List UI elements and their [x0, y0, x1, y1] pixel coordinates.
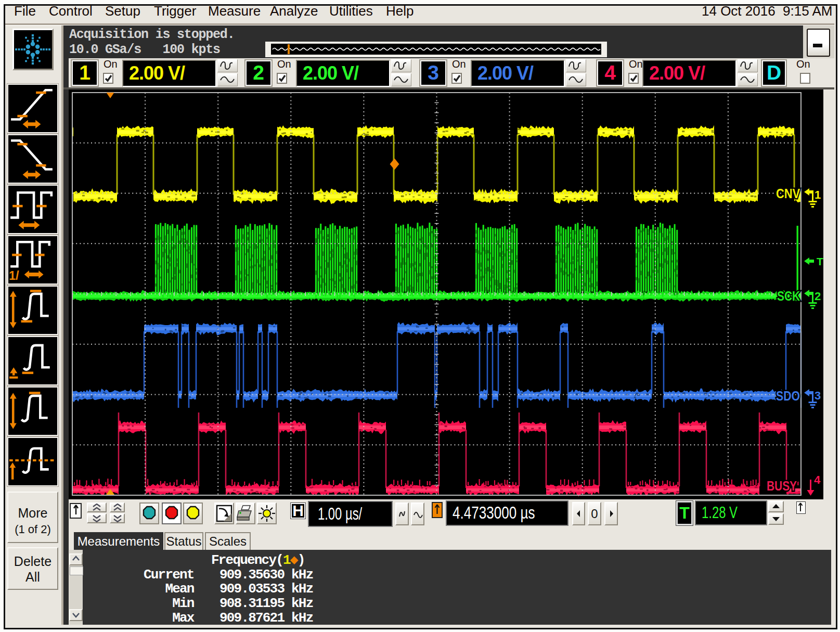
- svg-text:1/: 1/: [9, 269, 19, 282]
- svg-text:SDO: SDO: [776, 388, 800, 404]
- svg-text:4: 4: [814, 473, 821, 486]
- svg-text:1: 1: [815, 188, 821, 201]
- svg-text:T: T: [817, 255, 823, 267]
- svg-text:CNV: CNV: [776, 186, 800, 201]
- svg-text:2: 2: [815, 290, 821, 303]
- svg-text:BUSY: BUSY: [767, 478, 797, 494]
- svg-text:SCK: SCK: [777, 288, 800, 304]
- svg-text:3: 3: [815, 389, 821, 402]
